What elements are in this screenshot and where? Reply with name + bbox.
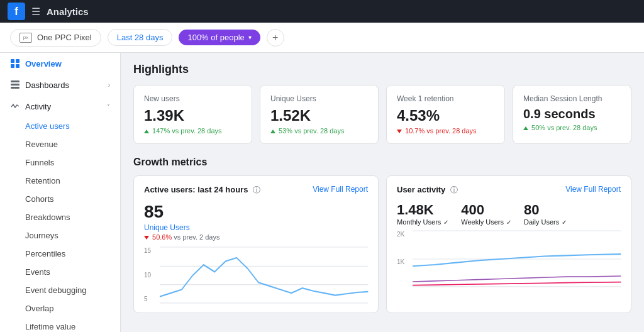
sidebar-item-percentiles[interactable]: Percentiles [0, 245, 120, 263]
y-label-15: 15 [144, 247, 156, 254]
chevron-right-icon: › [108, 82, 110, 89]
sidebar-activity-label: Activity [25, 102, 51, 111]
svg-rect-5 [11, 84, 19, 86]
metric-name-session: Median Session Length [523, 94, 621, 103]
audience-arrow-icon: ▾ [248, 34, 252, 41]
user-activity-info-icon[interactable]: ⓘ [450, 185, 458, 194]
monthly-check-icon: ✓ [443, 219, 448, 226]
weekly-users-label: Weekly Users ✓ [461, 218, 511, 226]
dashboards-icon [10, 80, 20, 90]
sidebar-item-events[interactable]: Events [0, 263, 120, 281]
main-layout: Overview Dashboards › Activity ˅ Active … [0, 53, 644, 332]
facebook-logo: f [8, 3, 25, 20]
metric-change-new-users: 147% vs prev. 28 days [144, 127, 242, 135]
period-filter-button[interactable]: Last 28 days [108, 29, 173, 46]
highlight-card-unique-users: Unique Users 1.52K 53% vs prev. 28 days [260, 85, 379, 144]
up-arrow-icon [144, 130, 149, 133]
active-users-card-header: Active users: last 24 hours ⓘ View Full … [144, 185, 368, 196]
metric-value-new-users: 1.39K [144, 107, 242, 124]
sidebar-event-debugging-label: Event debugging [25, 285, 87, 295]
growth-cards: Active users: last 24 hours ⓘ View Full … [133, 175, 631, 313]
add-filter-button[interactable]: + [267, 29, 284, 47]
user-activity-metrics: 1.48K Monthly Users ✓ 400 Weekly Users ✓ [397, 202, 621, 226]
sidebar-overlap-label: Overlap [25, 304, 54, 313]
sidebar-item-activity[interactable]: Activity ˅ [0, 96, 120, 117]
chevron-down-icon: ˅ [107, 103, 110, 110]
user-activity-card-title-wrap: User activity ⓘ [397, 185, 458, 196]
audience-filter-button[interactable]: 100% of people ▾ [179, 30, 260, 45]
sidebar-item-event-debugging[interactable]: Event debugging [0, 281, 120, 299]
sidebar-active-users-label: Active users [25, 121, 70, 131]
sidebar-item-revenue[interactable]: Revenue [0, 135, 120, 153]
sidebar-journeys-label: Journeys [25, 231, 58, 240]
weekly-check-icon: ✓ [506, 219, 511, 226]
sidebar-item-overview[interactable]: Overview [0, 53, 120, 74]
down-arrow-icon [144, 236, 149, 240]
sidebar-item-dashboards[interactable]: Dashboards › [0, 74, 120, 96]
highlights-grid: New users 1.39K 147% vs prev. 28 days Un… [133, 85, 631, 144]
up-arrow-icon [270, 130, 275, 133]
pixel-filter-button[interactable]: px One PPC Pixel [10, 29, 101, 47]
svg-rect-1 [16, 59, 19, 63]
monthly-users-value: 1.48K [397, 202, 448, 218]
sidebar-cohorts-label: Cohorts [25, 194, 54, 204]
metric-value-unique-users: 1.52K [270, 107, 368, 124]
up-arrow-icon [523, 126, 528, 130]
metric-value-retention: 4.53% [397, 107, 494, 124]
svg-rect-0 [11, 59, 14, 63]
sidebar-dashboards-label: Dashboards [25, 80, 69, 90]
sidebar-item-breakdowns[interactable]: Breakdowns [0, 208, 120, 226]
sidebar-retention-label: Retention [25, 176, 60, 185]
weekly-users-value: 400 [461, 202, 511, 218]
metric-name-retention: Week 1 retention [397, 94, 494, 103]
sidebar-item-lifetime-value[interactable]: Lifetime value [0, 318, 120, 332]
ua-y-label-1k: 1K [397, 258, 409, 265]
monthly-users-metric: 1.48K Monthly Users ✓ [397, 202, 448, 226]
metric-name-new-users: New users [144, 94, 242, 103]
sidebar-item-cohorts[interactable]: Cohorts [0, 190, 120, 208]
view-full-report-link-active[interactable]: View Full Report [313, 185, 368, 194]
app-title: Analytics [47, 6, 89, 17]
user-activity-chart [413, 231, 621, 287]
sidebar: Overview Dashboards › Activity ˅ Active … [0, 53, 121, 332]
info-icon[interactable]: ⓘ [253, 185, 260, 194]
metric-change-unique-users: 53% vs prev. 28 days [270, 127, 368, 135]
user-activity-card: User activity ⓘ View Full Report 1.48K M… [386, 175, 631, 313]
active-users-label: Unique Users [144, 223, 368, 232]
highlight-card-retention: Week 1 retention 4.53% 10.7% vs prev. 28… [386, 85, 505, 144]
overview-icon [10, 58, 20, 69]
y-label-5: 5 [144, 296, 156, 302]
sidebar-item-retention[interactable]: Retention [0, 172, 120, 190]
daily-users-value: 80 [524, 202, 567, 218]
monthly-users-label: Monthly Users ✓ [397, 218, 448, 226]
sidebar-item-journeys[interactable]: Journeys [0, 226, 120, 245]
content-area: Highlights New users 1.39K 147% vs prev.… [121, 53, 644, 332]
svg-rect-3 [16, 64, 19, 68]
svg-rect-6 [11, 87, 19, 89]
highlight-card-new-users: New users 1.39K 147% vs prev. 28 days [133, 85, 252, 144]
weekly-users-metric: 400 Weekly Users ✓ [461, 202, 511, 226]
active-users-card: Active users: last 24 hours ⓘ View Full … [133, 175, 379, 313]
daily-users-metric: 80 Daily Users ✓ [524, 202, 567, 226]
highlights-title: Highlights [133, 63, 631, 76]
top-bar: f ☰ Analytics [0, 0, 644, 23]
sidebar-item-funnels[interactable]: Funnels [0, 153, 120, 172]
active-users-chart [160, 247, 368, 304]
sidebar-lifetime-value-label: Lifetime value [25, 322, 75, 331]
hamburger-icon[interactable]: ☰ [31, 6, 40, 18]
sidebar-item-active-users[interactable]: Active users [0, 117, 120, 135]
plus-icon: + [272, 32, 278, 43]
svg-rect-4 [11, 80, 19, 82]
filter-bar: px One PPC Pixel Last 28 days 100% of pe… [0, 23, 644, 53]
sidebar-events-label: Events [25, 267, 50, 277]
metric-change-session: 50% vs prev. 28 days [523, 124, 621, 131]
metric-change-retention: 10.7% vs prev. 28 days [397, 127, 494, 135]
ua-y-label-2k: 2K [397, 231, 409, 238]
view-full-report-link-activity[interactable]: View Full Report [565, 185, 621, 194]
highlight-card-session: Median Session Length 0.9 seconds 50% vs… [513, 85, 631, 144]
active-users-change: 50.6% vs prev. 2 days [144, 233, 368, 241]
svg-rect-2 [11, 64, 14, 68]
activity-icon [10, 101, 20, 111]
sidebar-item-overlap[interactable]: Overlap [0, 299, 120, 318]
period-label: Last 28 days [117, 33, 164, 42]
